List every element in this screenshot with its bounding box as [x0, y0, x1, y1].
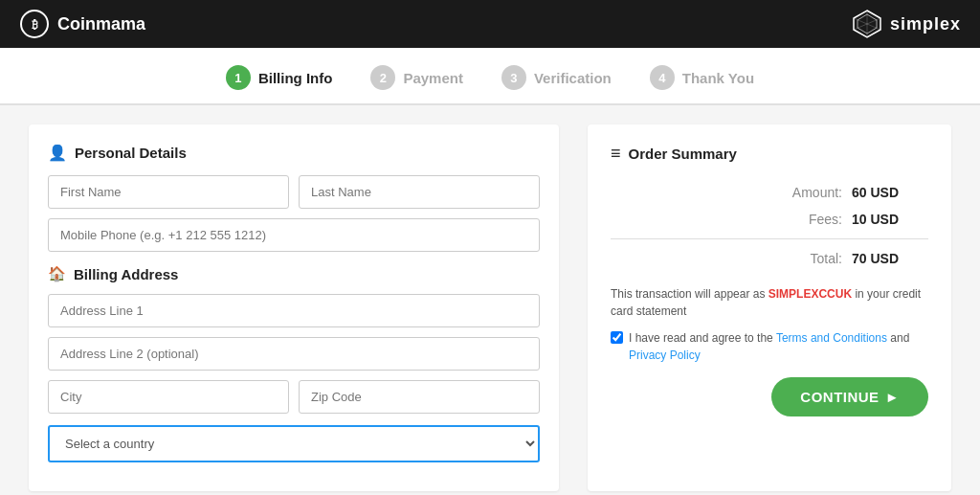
amount-row: Amount: 60 USD — [611, 179, 928, 206]
simplex-logo-icon — [852, 9, 882, 39]
amount-label: Amount: — [611, 185, 842, 200]
order-summary-label: Order Summary — [629, 146, 737, 162]
step-billing-info[interactable]: 1 Billing Info — [226, 65, 332, 90]
city-zip-row — [48, 380, 540, 414]
last-name-input[interactable] — [299, 175, 540, 209]
agree-checkbox[interactable] — [611, 331, 623, 344]
total-row: Total: 70 USD — [611, 245, 928, 272]
steps-bar: 1 Billing Info 2 Payment 3 Verification … — [0, 48, 980, 105]
billing-address-label: Billing Address — [74, 266, 178, 282]
fees-label: Fees: — [611, 212, 842, 227]
coinmama-logo-text: Coinmama — [57, 14, 145, 34]
city-input[interactable] — [48, 380, 289, 414]
person-icon: 👤 — [48, 144, 67, 162]
main-content: 👤 Personal Details 🏠 Billing Address — [0, 105, 980, 495]
step-1-label: Billing Info — [258, 70, 332, 86]
phone-row — [48, 218, 540, 252]
transaction-note: This transaction will appear as SIMPLEXC… — [611, 285, 928, 320]
personal-details-label: Personal Details — [75, 145, 187, 161]
simplex-logo-text: simplex — [890, 14, 961, 34]
app-header: ₿ Coinmama simplex — [0, 0, 980, 48]
fees-row: Fees: 10 USD — [611, 206, 928, 233]
step-verification[interactable]: 3 Verification — [501, 65, 612, 90]
name-row — [48, 175, 540, 209]
step-2-label: Payment — [403, 70, 463, 86]
step-1-circle: 1 — [226, 65, 251, 90]
privacy-link[interactable]: Privacy Policy — [629, 349, 701, 362]
continue-button[interactable]: CONTINUE ► — [771, 377, 928, 416]
coinmama-logo-icon: ₿ — [19, 9, 50, 39]
address1-input[interactable] — [48, 294, 540, 327]
step-payment[interactable]: 2 Payment — [370, 65, 463, 90]
left-panel: 👤 Personal Details 🏠 Billing Address — [29, 124, 559, 491]
terms-link[interactable]: Terms and Conditions — [776, 331, 887, 345]
address2-input[interactable] — [48, 337, 540, 371]
address2-row — [48, 337, 540, 371]
address1-row — [48, 294, 540, 327]
step-2-number: 2 — [380, 71, 387, 85]
right-panel: ≡ Order Summary Amount: 60 USD Fees: 10 … — [588, 124, 951, 491]
step-4-number: 4 — [658, 71, 665, 85]
step-thank-you[interactable]: 4 Thank You — [650, 65, 754, 90]
svg-text:₿: ₿ — [32, 18, 38, 32]
fees-value: 10 USD — [852, 212, 928, 227]
order-divider — [611, 238, 928, 239]
personal-details-title: 👤 Personal Details — [48, 144, 540, 162]
continue-label: CONTINUE — [800, 389, 879, 405]
step-1-number: 1 — [234, 71, 241, 85]
transaction-note-prefix: This transaction will appear as — [611, 287, 768, 301]
amount-value: 60 USD — [852, 185, 928, 200]
step-3-number: 3 — [510, 71, 517, 85]
coinmama-logo: ₿ Coinmama — [19, 9, 145, 39]
order-summary-title: ≡ Order Summary — [611, 144, 928, 164]
mobile-phone-input[interactable] — [48, 218, 540, 252]
total-value: 70 USD — [852, 251, 928, 266]
total-label: Total: — [811, 251, 842, 266]
agree-row: I have read and agree to the Terms and C… — [611, 329, 928, 364]
step-3-circle: 3 — [501, 65, 526, 90]
country-select[interactable]: Select a country — [48, 425, 540, 462]
simplex-brand-text: SIMPLEXCCUK — [768, 287, 852, 301]
zip-input[interactable] — [299, 380, 540, 414]
agree-text: I have read and agree to the Terms and C… — [629, 329, 928, 364]
continue-arrow-icon: ► — [885, 389, 900, 405]
list-icon: ≡ — [611, 144, 621, 164]
country-row: Select a country — [48, 423, 540, 462]
agree-prefix: I have read and agree to the — [629, 331, 776, 345]
simplex-logo: simplex — [852, 9, 961, 39]
step-4-label: Thank You — [682, 70, 754, 86]
step-2-circle: 2 — [370, 65, 395, 90]
step-3-label: Verification — [534, 70, 612, 86]
first-name-input[interactable] — [48, 175, 289, 209]
step-4-circle: 4 — [650, 65, 675, 90]
agree-middle: and — [887, 331, 909, 345]
billing-address-title: 🏠 Billing Address — [48, 265, 540, 282]
home-icon: 🏠 — [48, 265, 66, 282]
